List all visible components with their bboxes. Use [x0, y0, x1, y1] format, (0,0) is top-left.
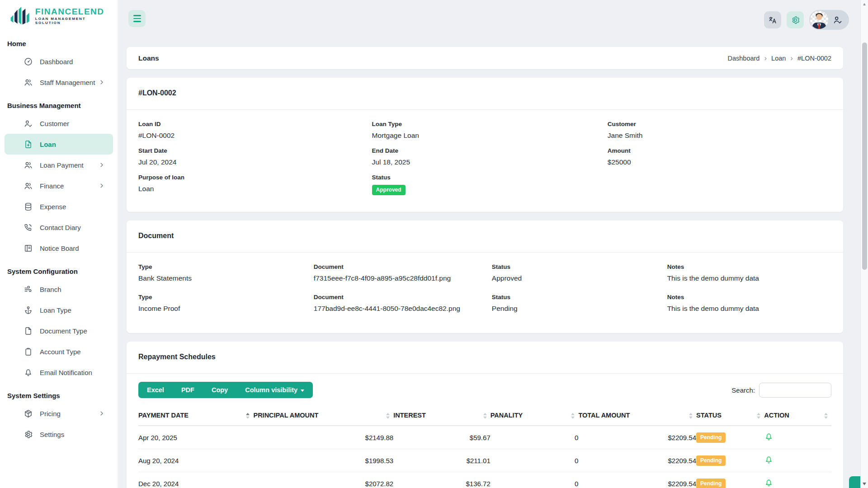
document-file-link[interactable]: 177bad9d-ee8c-4441-8050-78e0dac4ec82.png: [314, 305, 492, 313]
package-icon: [24, 409, 33, 418]
document-status: Pending: [492, 305, 667, 313]
anchor-icon: [24, 305, 33, 315]
cell-principal: $2149.88: [253, 426, 393, 449]
breadcrumb-item-dashboard[interactable]: Dashboard: [727, 55, 760, 62]
payment-status-badge: Pending: [696, 455, 726, 466]
file-plus-icon: [24, 140, 33, 149]
column-header-panality[interactable]: PANALITY: [491, 406, 579, 426]
hamburger-icon: [133, 15, 141, 22]
document-type: Bank Statements: [138, 274, 314, 282]
brand-name: FINANCELEND: [35, 7, 111, 17]
sidebar-item-dashboard[interactable]: Dashboard: [5, 51, 113, 72]
scrollbar-down-arrow[interactable]: [863, 483, 866, 485]
notify-bell-button[interactable]: [764, 432, 774, 441]
column-header-interest[interactable]: INTEREST: [393, 406, 491, 426]
cell-penalty: 0: [491, 472, 579, 488]
content: Loans Dashboard›Loan›#LON-0002 #LON-0002…: [118, 40, 868, 488]
profile-menu[interactable]: [809, 10, 849, 30]
sort-arrows-icon: [246, 413, 250, 419]
sidebar-item-expense[interactable]: Expense: [5, 196, 113, 217]
translate-icon: [768, 15, 778, 25]
user-check-icon: [833, 15, 843, 25]
sidebar-item-label: Customer: [40, 120, 105, 127]
brand-tagline: LOAN MANAGEMENT SOLUTION: [35, 17, 111, 25]
sidebar-item-pricing[interactable]: Pricing: [5, 403, 113, 424]
sidebar-item-label: Document Type: [40, 327, 105, 335]
notify-bell-button[interactable]: [764, 455, 774, 465]
sort-arrows-icon: [689, 413, 693, 419]
sidebar-toggle-button[interactable]: [128, 10, 146, 27]
sidebar-item-settings[interactable]: Settings: [5, 424, 113, 445]
table-search-input[interactable]: [759, 383, 831, 398]
chevron-right-icon: [99, 162, 105, 168]
nav-section-title-home: Home: [0, 40, 118, 47]
repayment-card-title: Repayment Schedules: [138, 353, 831, 361]
page-title: Loans: [138, 54, 159, 62]
column-visibility-dropdown[interactable]: Column visibility: [236, 382, 313, 398]
document-file-link[interactable]: f7315eee-f7c8-4f09-a895-a95c28fdd01f.png: [314, 274, 492, 282]
sidebar-item-branch[interactable]: Branch: [5, 279, 113, 300]
schedule-row: Aug 20, 2024$1998.53$211.010$2209.54Pend…: [138, 449, 831, 472]
sidebar-item-label: Finance: [40, 182, 99, 190]
brand-logo[interactable]: FINANCELEND LOAN MANAGEMENT SOLUTION: [0, 0, 118, 31]
sidebar-item-staff-management[interactable]: Staff Management: [5, 72, 113, 93]
chevron-right-icon: [99, 183, 105, 189]
sidebar-item-label: Email Notification: [40, 369, 105, 376]
status-badge: Approved: [372, 185, 406, 195]
loan-detail-card: #LON-0002 Loan ID #LON-0002Loan Type Mor…: [127, 78, 843, 212]
cell-principal: $1998.53: [253, 449, 393, 472]
sidebar-item-email-notification[interactable]: Email Notification: [5, 362, 113, 383]
sidebar-item-customer[interactable]: Customer: [5, 113, 113, 134]
sidebar-item-loan[interactable]: Loan: [5, 134, 113, 155]
search-label: Search:: [731, 386, 755, 394]
sidebar-item-account-type[interactable]: Account Type: [5, 341, 113, 362]
cell-interest: $211.01: [393, 449, 491, 472]
cell-payment_date: Aug 20, 2024: [138, 449, 253, 472]
column-header-principal-amount[interactable]: PRINCIPAL AMOUNT: [253, 406, 393, 426]
column-header-total-amount[interactable]: TOTAL AMOUNT: [578, 406, 696, 426]
scrollbar-up-arrow[interactable]: ▲: [861, 1, 868, 7]
document-card-title: Document: [138, 232, 831, 240]
sidebar-item-loan-payment[interactable]: Loan Payment: [5, 155, 113, 175]
pdf-export-button[interactable]: PDF: [173, 382, 203, 398]
sort-arrows-icon: [571, 413, 575, 419]
sidebar-item-finance[interactable]: Finance: [5, 175, 113, 196]
sidebar-item-label: Dashboard: [40, 58, 105, 66]
nav-section-title-business-management: Business Management: [0, 102, 118, 109]
cell-interest: $59.67: [393, 426, 491, 449]
phone-icon: [24, 223, 33, 232]
wind-icon: [24, 285, 33, 294]
column-header-payment-date[interactable]: PAYMENT DATE: [138, 406, 253, 426]
page-scrollbar[interactable]: ▲: [860, 0, 868, 488]
payment-status-badge: Pending: [696, 432, 726, 443]
database-icon: [24, 202, 33, 211]
sidebar-item-label: Account Type: [40, 348, 105, 356]
users-icon: [24, 181, 33, 191]
notify-bell-button[interactable]: [764, 478, 774, 488]
breadcrumb-item-loan[interactable]: Loan: [771, 55, 786, 62]
sidebar-item-notice-board[interactable]: Notice Board: [5, 238, 113, 258]
brand-logo-icon: [10, 5, 31, 26]
users-icon: [24, 160, 33, 170]
sidebar-item-label: Loan: [40, 141, 105, 148]
document-rows: TypeBank StatementsDocumentf7315eee-f7c8…: [127, 253, 843, 333]
column-header-action[interactable]: ACTION: [764, 406, 831, 426]
document-notes: This is the demo dummy data: [667, 305, 831, 313]
sort-arrows-icon: [824, 413, 828, 419]
column-header-status[interactable]: STATUS: [696, 406, 764, 426]
export-button-group: ExcelPDFCopyColumn visibility: [138, 382, 313, 398]
sidebar-item-contact-diary[interactable]: Contact Diary: [5, 217, 113, 238]
cell-penalty: 0: [491, 426, 579, 449]
loan-field-amount: Amount $25000: [608, 147, 831, 166]
settings-gear-button[interactable]: [787, 11, 804, 28]
language-button[interactable]: [764, 11, 781, 28]
repayment-table: PAYMENT DATEPRINCIPAL AMOUNTINTERESTPANA…: [138, 406, 831, 488]
sidebar-item-loan-type[interactable]: Loan Type: [5, 300, 113, 320]
topbar: [118, 0, 868, 40]
loan-field-loan-type: Loan Type Mortgage Loan: [372, 121, 608, 140]
excel-export-button[interactable]: Excel: [138, 382, 173, 398]
scrollbar-thumb[interactable]: [862, 42, 867, 270]
nav-section-title-system-configuration: System Configuration: [0, 267, 118, 275]
sidebar-item-document-type[interactable]: Document Type: [5, 320, 113, 341]
copy-export-button[interactable]: Copy: [203, 382, 236, 398]
